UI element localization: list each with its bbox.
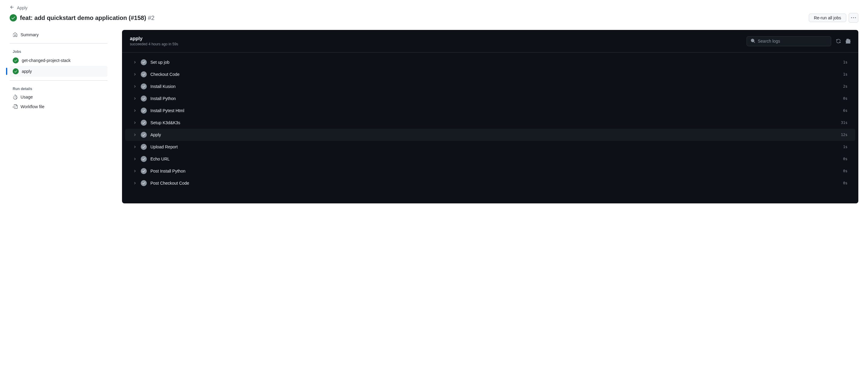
step-duration: 1s — [843, 72, 847, 77]
chevron-right-icon — [133, 169, 137, 173]
stopwatch-icon — [13, 95, 18, 99]
step-row[interactable]: Post Checkout Code0s — [125, 177, 855, 189]
sidebar-divider — [10, 43, 107, 43]
step-name: Install Python — [150, 96, 840, 101]
sidebar: Summary Jobs get-changed-project-stackap… — [10, 30, 107, 203]
sidebar-job-item[interactable]: apply — [10, 66, 107, 77]
step-row[interactable]: Checkout Code1s — [125, 68, 855, 80]
step-name: Install Pytest Html — [150, 108, 840, 113]
check-circle-icon — [13, 68, 19, 75]
chevron-right-icon — [133, 97, 137, 100]
search-logs-box[interactable] — [747, 36, 831, 46]
chevron-right-icon — [133, 85, 137, 88]
sidebar-jobs-heading: Jobs — [10, 47, 107, 55]
step-row[interactable]: Install Pytest Html6s — [125, 105, 855, 117]
file-code-icon — [13, 104, 18, 109]
job-panel: apply succeeded 4 hours ago in 59s — [122, 30, 858, 203]
step-duration: 2s — [843, 84, 847, 89]
check-circle-icon — [141, 168, 147, 174]
chevron-right-icon — [133, 157, 137, 161]
check-circle-icon — [141, 71, 147, 77]
chevron-right-icon — [133, 72, 137, 76]
step-duration: 1s — [843, 60, 847, 64]
breadcrumb: Apply — [10, 5, 858, 10]
sidebar-job-item[interactable]: get-changed-project-stack — [10, 55, 107, 66]
sidebar-divider — [10, 80, 107, 81]
step-name: Checkout Code — [150, 72, 840, 77]
step-duration: 31s — [841, 121, 847, 125]
svg-line-1 — [753, 41, 755, 42]
refresh-button[interactable] — [836, 39, 841, 43]
step-duration: 1s — [843, 145, 847, 149]
home-icon — [13, 32, 18, 37]
step-duration: 0s — [843, 169, 847, 173]
back-arrow-icon[interactable] — [10, 5, 14, 10]
step-duration: 0s — [843, 157, 847, 161]
check-circle-icon — [141, 144, 147, 150]
sidebar-item-summary[interactable]: Summary — [10, 30, 107, 39]
check-circle-icon — [141, 83, 147, 89]
step-duration: 12s — [841, 133, 847, 137]
step-name: Apply — [150, 133, 837, 137]
search-icon — [750, 38, 755, 44]
page-title: feat: add quickstart demo application (#… — [20, 14, 155, 22]
search-logs-input[interactable] — [758, 39, 827, 43]
step-row[interactable]: Echo URL0s — [125, 153, 855, 165]
step-row[interactable]: Setup K3d&K3s31s — [125, 117, 855, 129]
chevron-right-icon — [133, 60, 137, 64]
job-status-text: succeeded 4 hours ago in 59s — [130, 42, 178, 46]
check-circle-icon — [141, 132, 147, 138]
chevron-right-icon — [133, 145, 137, 149]
workflow-status-icon — [10, 14, 17, 22]
sidebar-job-label: get-changed-project-stack — [22, 58, 71, 63]
step-duration: 0s — [843, 96, 847, 100]
step-name: Set up job — [150, 60, 840, 65]
sync-icon — [836, 39, 841, 43]
sidebar-summary-label: Summary — [21, 32, 39, 37]
step-row[interactable]: Apply12s — [125, 129, 855, 141]
check-circle-icon — [13, 57, 19, 63]
sidebar-job-label: apply — [22, 69, 32, 74]
check-circle-icon — [141, 95, 147, 101]
workflow-title-text: feat: add quickstart demo application (#… — [20, 14, 146, 21]
step-row[interactable]: Upload Report1s — [125, 141, 855, 153]
sidebar-usage-label: Usage — [21, 95, 33, 99]
step-row[interactable]: Install Kusion2s — [125, 80, 855, 92]
step-name: Echo URL — [150, 156, 840, 161]
job-name: apply — [130, 36, 178, 41]
sidebar-item-workflow-file[interactable]: Workflow file — [10, 102, 107, 112]
step-row[interactable]: Set up job1s — [125, 56, 855, 68]
kebab-horizontal-icon — [851, 16, 856, 20]
sidebar-run-details-heading: Run details — [10, 84, 107, 92]
breadcrumb-parent[interactable]: Apply — [17, 5, 28, 10]
chevron-right-icon — [133, 181, 137, 185]
chevron-right-icon — [133, 133, 137, 137]
chevron-right-icon — [133, 121, 137, 124]
sidebar-item-usage[interactable]: Usage — [10, 92, 107, 102]
kebab-menu-button[interactable] — [849, 13, 858, 23]
step-row[interactable]: Post Install Python0s — [125, 165, 855, 177]
step-name: Install Kusion — [150, 84, 840, 89]
step-row[interactable]: Install Python0s — [125, 92, 855, 105]
check-circle-icon — [141, 120, 147, 126]
sidebar-workflow-file-label: Workflow file — [21, 104, 44, 109]
chevron-right-icon — [133, 109, 137, 112]
step-duration: 0s — [843, 181, 847, 185]
check-circle-icon — [141, 156, 147, 162]
step-duration: 6s — [843, 109, 847, 113]
gear-icon — [846, 39, 850, 43]
settings-button[interactable] — [846, 39, 850, 43]
check-circle-icon — [141, 108, 147, 114]
rerun-all-jobs-button[interactable]: Re-run all jobs — [809, 13, 846, 22]
run-number: #2 — [148, 14, 154, 21]
check-circle-icon — [141, 180, 147, 186]
step-name: Upload Report — [150, 144, 840, 149]
step-name: Setup K3d&K3s — [150, 120, 837, 125]
check-circle-icon — [141, 59, 147, 65]
step-name: Post Install Python — [150, 169, 840, 174]
step-name: Post Checkout Code — [150, 181, 840, 185]
